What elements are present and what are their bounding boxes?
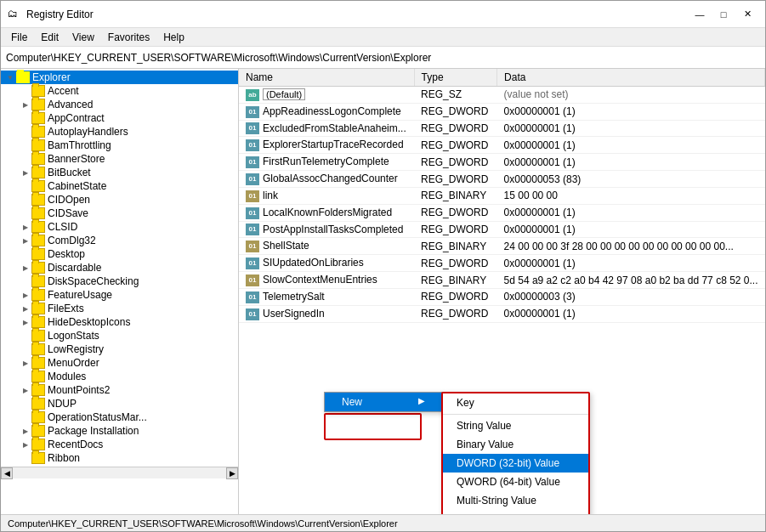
table-row[interactable]: 01ExcludedFromStableAnaheim...REG_DWORD0… [239, 120, 765, 137]
table-row[interactable]: 01ExplorerStartupTraceRecordedREG_DWORD0… [239, 137, 765, 154]
submenu-expandable-value[interactable]: Expandable String Value [443, 510, 588, 514]
folder-icon [31, 425, 45, 437]
cell-name: 01AppReadinessLogonComplete [239, 103, 414, 120]
submenu-string-value[interactable]: String Value [443, 416, 588, 435]
tree-item-accent[interactable]: Accent [1, 84, 238, 98]
col-name[interactable]: Name [239, 69, 414, 87]
maximize-button[interactable]: □ [712, 6, 735, 23]
tree-item-recentdocs[interactable]: RecentDocs [1, 438, 238, 451]
submenu-binary-value[interactable]: Binary Value [443, 435, 588, 454]
window-controls: — □ ✕ [689, 6, 758, 23]
tree-item-bitbucket[interactable]: BitBucket [1, 166, 238, 179]
table-row[interactable]: 01GlobalAssocChangedCounterREG_DWORD0x00… [239, 171, 765, 188]
menu-help[interactable]: Help [156, 30, 191, 45]
tree-item-menuorder[interactable]: MenuOrder [1, 356, 238, 370]
cell-name: 01PostAppInstallTasksCompleted [239, 221, 414, 238]
expand-icon[interactable] [20, 167, 31, 178]
table-row[interactable]: 01AppReadinessLogonCompleteREG_DWORD0x00… [239, 103, 765, 120]
col-data[interactable]: Data [497, 69, 765, 87]
table-row[interactable]: 01LocalKnownFoldersMigratedREG_DWORD0x00… [239, 204, 765, 221]
table-row[interactable]: 01ShellStateREG_BINARY24 00 00 00 3f 28 … [239, 238, 765, 255]
menu-edit[interactable]: Edit [34, 30, 65, 45]
scroll-right-btn[interactable]: ▶ [226, 467, 238, 479]
submenu-qword-value[interactable]: QWORD (64-bit) Value [443, 473, 588, 491]
folder-icon [31, 439, 45, 450]
context-menu-new-item[interactable]: New [325, 393, 442, 411]
context-menu-new[interactable]: New [324, 392, 443, 412]
menu-favorites[interactable]: Favorites [101, 30, 156, 45]
tree-hscrollbar[interactable]: ◀ ▶ [1, 467, 238, 478]
folder-icon [31, 357, 45, 369]
tree-item-desktop[interactable]: Desktop [1, 247, 238, 261]
expand-icon[interactable] [20, 221, 31, 233]
expand-icon[interactable] [20, 289, 31, 301]
submenu-separator [443, 414, 588, 415]
tree-item-diskspace[interactable]: DiskSpaceChecking [1, 274, 238, 288]
submenu-dword-value[interactable]: DWORD (32-bit) Value [443, 454, 588, 473]
expand-icon[interactable] [20, 99, 31, 110]
minimize-button[interactable]: — [689, 6, 711, 23]
table-row[interactable]: ab(Default)REG_SZ(value not set) [239, 87, 765, 104]
expand-icon[interactable] [20, 384, 31, 396]
tree-label: BamThrottling [48, 139, 111, 151]
tree-item-fileexts[interactable]: FileExts [1, 302, 238, 315]
table-row[interactable]: 01SIUpdatedOnLibrariesREG_DWORD0x0000000… [239, 255, 765, 272]
expand-icon[interactable] [20, 425, 31, 437]
tree-item-lowreg[interactable]: LowRegistry [1, 342, 238, 356]
menu-file[interactable]: File [4, 30, 34, 45]
table-row[interactable]: 01SlowContextMenuEntriesREG_BINARY5d 54 … [239, 272, 765, 289]
table-row[interactable]: 01linkREG_BINARY15 00 00 00 [239, 187, 765, 204]
tree-item-feature[interactable]: FeatureUsage [1, 288, 238, 302]
table-row[interactable]: 01TelemetrySaltREG_DWORD0x00000003 (3) [239, 288, 765, 305]
tree-item-hidedesktop[interactable]: HideDesktopIcons [1, 315, 238, 329]
expand-icon[interactable] [20, 303, 31, 314]
new-submenu[interactable]: Key String Value Binary Value DWORD (32-… [441, 392, 590, 514]
expand-icon-explorer[interactable] [4, 71, 16, 83]
tree-item-cidsave[interactable]: CIDSave [1, 207, 238, 220]
close-button[interactable]: ✕ [736, 6, 758, 23]
tree-item-modules[interactable]: Modules [1, 370, 238, 383]
cell-type: REG_DWORD [414, 204, 497, 221]
tree-item-bam[interactable]: BamThrottling [1, 139, 238, 152]
table-row[interactable]: 01FirstRunTelemetryCompleteREG_DWORD0x00… [239, 154, 765, 171]
expand-icon[interactable] [20, 357, 31, 369]
cell-name: ab(Default) [239, 87, 414, 104]
tree-item-mountpoints[interactable]: MountPoints2 [1, 383, 238, 397]
tree-item-comdlg[interactable]: ComDlg32 [1, 234, 238, 247]
submenu-multistring-value[interactable]: Multi-String Value [443, 491, 588, 510]
tree-item-package[interactable]: Package Installation [1, 424, 238, 438]
tree-item-appcontract[interactable]: AppContract [1, 111, 238, 125]
submenu-key[interactable]: Key [443, 393, 588, 412]
expand-icon[interactable] [20, 262, 31, 274]
table-row[interactable]: 01PostAppInstallTasksCompletedREG_DWORD0… [239, 221, 765, 238]
expand-icon[interactable] [20, 439, 31, 450]
expand-icon[interactable] [20, 235, 31, 246]
status-text: Computer\HKEY_CURRENT_USER\SOFTWARE\Micr… [8, 518, 398, 529]
cell-type: REG_DWORD [414, 103, 497, 120]
tree-item-explorer[interactable]: Explorer [1, 71, 238, 84]
tree-item-operation[interactable]: OperationStatusMar... [1, 410, 238, 424]
tree-item-autoplay[interactable]: AutoplayHandlers [1, 125, 238, 139]
tree-item-clsid[interactable]: CLSID [1, 220, 238, 234]
tree-item-cidopen[interactable]: CIDOpen [1, 193, 238, 207]
registry-tree[interactable]: Explorer Accent Advanced AppContract [1, 69, 239, 514]
tree-item-ndup[interactable]: NDUP [1, 397, 238, 410]
tree-item-ribbon[interactable]: Ribbon [1, 451, 238, 465]
cell-name: 01ExplorerStartupTraceRecorded [239, 137, 414, 154]
table-row[interactable]: 01UserSignedInREG_DWORD0x00000001 (1) [239, 305, 765, 322]
reg-name-text: TelemetrySalt [263, 291, 325, 303]
folder-icon-explorer [16, 71, 30, 83]
cell-name: 01FirstRunTelemetryComplete [239, 154, 414, 171]
scroll-track[interactable] [13, 468, 226, 478]
expand-icon[interactable] [20, 316, 31, 328]
tree-item-banner[interactable]: BannerStore [1, 152, 238, 166]
tree-item-advanced[interactable]: Advanced [1, 98, 238, 111]
col-type[interactable]: Type [414, 69, 497, 87]
scroll-left-btn[interactable]: ◀ [1, 467, 13, 479]
tree-item-discardable[interactable]: Discardable [1, 261, 238, 274]
tree-item-logon[interactable]: LogonStats [1, 329, 238, 342]
tree-item-cabinet[interactable]: CabinetState [1, 179, 238, 193]
menu-view[interactable]: View [65, 30, 101, 45]
reg-name-text: AppReadinessLogonComplete [263, 105, 401, 117]
cell-type: REG_DWORD [414, 171, 497, 188]
